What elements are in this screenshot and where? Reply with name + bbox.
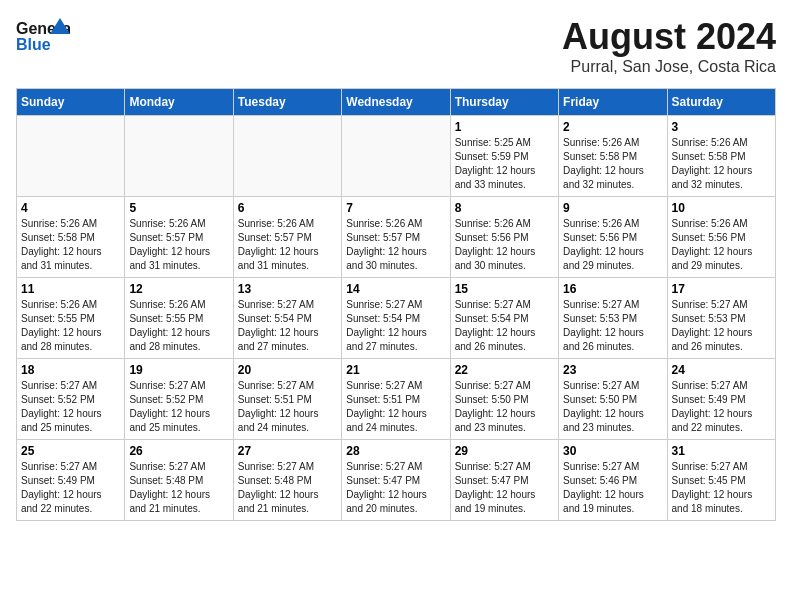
day-number: 19 <box>129 363 228 377</box>
day-number: 7 <box>346 201 445 215</box>
calendar-cell <box>17 116 125 197</box>
day-number: 15 <box>455 282 554 296</box>
calendar-cell: 15Sunrise: 5:27 AM Sunset: 5:54 PM Dayli… <box>450 278 558 359</box>
weekday-header: Friday <box>559 89 667 116</box>
calendar-cell: 27Sunrise: 5:27 AM Sunset: 5:48 PM Dayli… <box>233 440 341 521</box>
day-info: Sunrise: 5:27 AM Sunset: 5:50 PM Dayligh… <box>563 379 662 435</box>
calendar-cell: 6Sunrise: 5:26 AM Sunset: 5:57 PM Daylig… <box>233 197 341 278</box>
day-info: Sunrise: 5:27 AM Sunset: 5:48 PM Dayligh… <box>238 460 337 516</box>
day-info: Sunrise: 5:27 AM Sunset: 5:47 PM Dayligh… <box>346 460 445 516</box>
calendar-week-row: 1Sunrise: 5:25 AM Sunset: 5:59 PM Daylig… <box>17 116 776 197</box>
day-number: 24 <box>672 363 771 377</box>
calendar-cell <box>125 116 233 197</box>
day-number: 17 <box>672 282 771 296</box>
day-info: Sunrise: 5:27 AM Sunset: 5:54 PM Dayligh… <box>455 298 554 354</box>
weekday-header: Sunday <box>17 89 125 116</box>
day-number: 16 <box>563 282 662 296</box>
calendar-cell: 23Sunrise: 5:27 AM Sunset: 5:50 PM Dayli… <box>559 359 667 440</box>
day-number: 28 <box>346 444 445 458</box>
day-info: Sunrise: 5:27 AM Sunset: 5:45 PM Dayligh… <box>672 460 771 516</box>
day-info: Sunrise: 5:26 AM Sunset: 5:55 PM Dayligh… <box>21 298 120 354</box>
calendar-cell: 19Sunrise: 5:27 AM Sunset: 5:52 PM Dayli… <box>125 359 233 440</box>
svg-text:Blue: Blue <box>16 36 51 53</box>
day-info: Sunrise: 5:26 AM Sunset: 5:58 PM Dayligh… <box>21 217 120 273</box>
calendar-cell: 12Sunrise: 5:26 AM Sunset: 5:55 PM Dayli… <box>125 278 233 359</box>
day-number: 25 <box>21 444 120 458</box>
logo-icon: General Blue <box>16 16 70 60</box>
day-number: 31 <box>672 444 771 458</box>
day-number: 13 <box>238 282 337 296</box>
weekday-header: Wednesday <box>342 89 450 116</box>
day-info: Sunrise: 5:27 AM Sunset: 5:53 PM Dayligh… <box>563 298 662 354</box>
calendar-cell: 14Sunrise: 5:27 AM Sunset: 5:54 PM Dayli… <box>342 278 450 359</box>
calendar-cell <box>233 116 341 197</box>
page-header: General Blue August 2024 Purral, San Jos… <box>16 16 776 76</box>
calendar-week-row: 11Sunrise: 5:26 AM Sunset: 5:55 PM Dayli… <box>17 278 776 359</box>
day-info: Sunrise: 5:26 AM Sunset: 5:57 PM Dayligh… <box>238 217 337 273</box>
month-year-title: August 2024 <box>562 16 776 58</box>
day-number: 5 <box>129 201 228 215</box>
day-info: Sunrise: 5:26 AM Sunset: 5:56 PM Dayligh… <box>672 217 771 273</box>
day-number: 9 <box>563 201 662 215</box>
calendar-cell: 21Sunrise: 5:27 AM Sunset: 5:51 PM Dayli… <box>342 359 450 440</box>
day-info: Sunrise: 5:27 AM Sunset: 5:51 PM Dayligh… <box>346 379 445 435</box>
day-number: 12 <box>129 282 228 296</box>
calendar-cell: 7Sunrise: 5:26 AM Sunset: 5:57 PM Daylig… <box>342 197 450 278</box>
day-number: 4 <box>21 201 120 215</box>
day-info: Sunrise: 5:27 AM Sunset: 5:51 PM Dayligh… <box>238 379 337 435</box>
day-number: 20 <box>238 363 337 377</box>
day-number: 26 <box>129 444 228 458</box>
calendar-cell: 11Sunrise: 5:26 AM Sunset: 5:55 PM Dayli… <box>17 278 125 359</box>
day-info: Sunrise: 5:26 AM Sunset: 5:57 PM Dayligh… <box>346 217 445 273</box>
day-info: Sunrise: 5:26 AM Sunset: 5:56 PM Dayligh… <box>455 217 554 273</box>
calendar-cell: 5Sunrise: 5:26 AM Sunset: 5:57 PM Daylig… <box>125 197 233 278</box>
day-number: 3 <box>672 120 771 134</box>
day-number: 23 <box>563 363 662 377</box>
day-number: 22 <box>455 363 554 377</box>
day-info: Sunrise: 5:26 AM Sunset: 5:58 PM Dayligh… <box>563 136 662 192</box>
day-info: Sunrise: 5:27 AM Sunset: 5:50 PM Dayligh… <box>455 379 554 435</box>
calendar-cell: 24Sunrise: 5:27 AM Sunset: 5:49 PM Dayli… <box>667 359 775 440</box>
day-info: Sunrise: 5:27 AM Sunset: 5:49 PM Dayligh… <box>672 379 771 435</box>
calendar-week-row: 25Sunrise: 5:27 AM Sunset: 5:49 PM Dayli… <box>17 440 776 521</box>
calendar-cell: 25Sunrise: 5:27 AM Sunset: 5:49 PM Dayli… <box>17 440 125 521</box>
location-subtitle: Purral, San Jose, Costa Rica <box>562 58 776 76</box>
calendar-cell: 10Sunrise: 5:26 AM Sunset: 5:56 PM Dayli… <box>667 197 775 278</box>
calendar-week-row: 4Sunrise: 5:26 AM Sunset: 5:58 PM Daylig… <box>17 197 776 278</box>
calendar-cell: 9Sunrise: 5:26 AM Sunset: 5:56 PM Daylig… <box>559 197 667 278</box>
day-number: 14 <box>346 282 445 296</box>
calendar-cell: 8Sunrise: 5:26 AM Sunset: 5:56 PM Daylig… <box>450 197 558 278</box>
day-info: Sunrise: 5:27 AM Sunset: 5:54 PM Dayligh… <box>238 298 337 354</box>
calendar-header-row: SundayMondayTuesdayWednesdayThursdayFrid… <box>17 89 776 116</box>
calendar-cell: 18Sunrise: 5:27 AM Sunset: 5:52 PM Dayli… <box>17 359 125 440</box>
day-info: Sunrise: 5:27 AM Sunset: 5:46 PM Dayligh… <box>563 460 662 516</box>
day-number: 30 <box>563 444 662 458</box>
day-info: Sunrise: 5:26 AM Sunset: 5:56 PM Dayligh… <box>563 217 662 273</box>
day-number: 18 <box>21 363 120 377</box>
day-info: Sunrise: 5:27 AM Sunset: 5:47 PM Dayligh… <box>455 460 554 516</box>
weekday-header: Saturday <box>667 89 775 116</box>
calendar-week-row: 18Sunrise: 5:27 AM Sunset: 5:52 PM Dayli… <box>17 359 776 440</box>
calendar-cell: 17Sunrise: 5:27 AM Sunset: 5:53 PM Dayli… <box>667 278 775 359</box>
calendar-cell: 28Sunrise: 5:27 AM Sunset: 5:47 PM Dayli… <box>342 440 450 521</box>
calendar-cell: 26Sunrise: 5:27 AM Sunset: 5:48 PM Dayli… <box>125 440 233 521</box>
calendar-cell: 20Sunrise: 5:27 AM Sunset: 5:51 PM Dayli… <box>233 359 341 440</box>
day-info: Sunrise: 5:27 AM Sunset: 5:49 PM Dayligh… <box>21 460 120 516</box>
day-number: 29 <box>455 444 554 458</box>
day-number: 21 <box>346 363 445 377</box>
title-area: August 2024 Purral, San Jose, Costa Rica <box>562 16 776 76</box>
calendar-cell: 3Sunrise: 5:26 AM Sunset: 5:58 PM Daylig… <box>667 116 775 197</box>
day-number: 11 <box>21 282 120 296</box>
day-info: Sunrise: 5:27 AM Sunset: 5:54 PM Dayligh… <box>346 298 445 354</box>
day-info: Sunrise: 5:27 AM Sunset: 5:53 PM Dayligh… <box>672 298 771 354</box>
day-info: Sunrise: 5:27 AM Sunset: 5:48 PM Dayligh… <box>129 460 228 516</box>
calendar-cell <box>342 116 450 197</box>
day-number: 6 <box>238 201 337 215</box>
day-info: Sunrise: 5:26 AM Sunset: 5:58 PM Dayligh… <box>672 136 771 192</box>
day-number: 8 <box>455 201 554 215</box>
day-info: Sunrise: 5:26 AM Sunset: 5:55 PM Dayligh… <box>129 298 228 354</box>
day-info: Sunrise: 5:27 AM Sunset: 5:52 PM Dayligh… <box>129 379 228 435</box>
day-info: Sunrise: 5:26 AM Sunset: 5:57 PM Dayligh… <box>129 217 228 273</box>
day-info: Sunrise: 5:25 AM Sunset: 5:59 PM Dayligh… <box>455 136 554 192</box>
calendar-cell: 13Sunrise: 5:27 AM Sunset: 5:54 PM Dayli… <box>233 278 341 359</box>
